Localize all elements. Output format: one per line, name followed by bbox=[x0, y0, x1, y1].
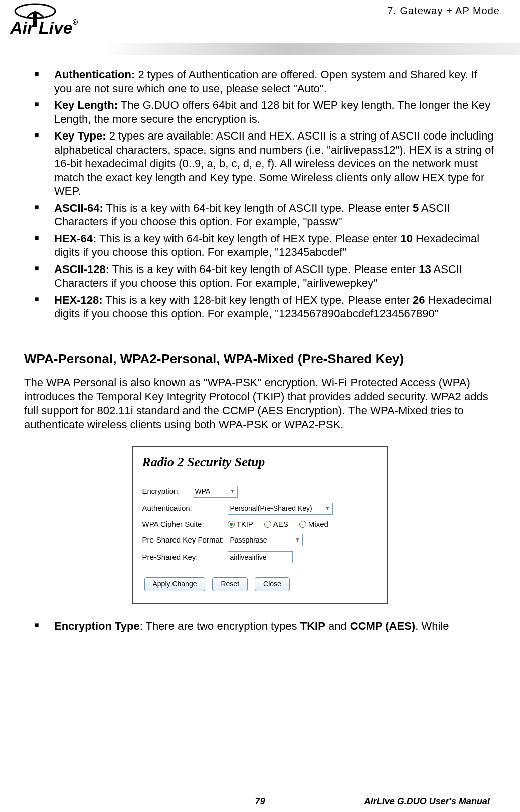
cipher-row: WPA Cipher Suite: TKIP AES Mixed bbox=[142, 520, 378, 529]
radio-icon bbox=[264, 521, 271, 528]
item-count: 26 bbox=[413, 294, 425, 306]
encryption-label: Encryption: bbox=[142, 487, 193, 496]
item-text: This is a key with 128-bit key length of… bbox=[103, 294, 413, 306]
header-divider bbox=[0, 43, 520, 55]
chevron-down-icon: ▼ bbox=[230, 488, 235, 495]
airlive-logo: Air Live® bbox=[5, 0, 125, 42]
registered-icon: ® bbox=[73, 18, 78, 26]
radio-label: TKIP bbox=[237, 520, 253, 529]
item-text: . While bbox=[415, 620, 449, 632]
item-label: HEX-128: bbox=[54, 294, 103, 306]
psk-format-value: Passphrase bbox=[230, 536, 267, 545]
psk-format-select[interactable]: Passphrase ▼ bbox=[228, 534, 303, 546]
security-setup-dialog: Radio 2 Security Setup Encryption: WPA ▼… bbox=[132, 446, 388, 604]
list-item: HEX-64: This is a key with 64-bit key le… bbox=[54, 232, 496, 259]
cipher-radio-tkip[interactable]: TKIP bbox=[228, 520, 253, 529]
authentication-select[interactable]: Personal(Pre-Shared Key) ▼ bbox=[228, 503, 333, 515]
section-heading: WPA-Personal, WPA2-Personal, WPA-Mixed (… bbox=[24, 351, 496, 367]
radio-label: Mixed bbox=[308, 520, 328, 529]
list-item: Encryption Type: There are two encryptio… bbox=[54, 619, 496, 633]
item-label: HEX-64: bbox=[54, 232, 96, 245]
list-item: ASCII-128: This is a key with 64-bit key… bbox=[54, 262, 496, 290]
close-button[interactable]: Close bbox=[255, 577, 290, 591]
authentication-value: Personal(Pre-Shared Key) bbox=[230, 504, 312, 513]
item-option: TKIP bbox=[300, 620, 325, 632]
psk-row: Pre-Shared Key: airliveairlive bbox=[142, 551, 378, 563]
item-text: 2 types are available: ASCII and HEX. AS… bbox=[54, 129, 494, 197]
item-text: and bbox=[325, 620, 350, 632]
item-count: 13 bbox=[419, 263, 431, 276]
cipher-radio-aes[interactable]: AES bbox=[264, 520, 288, 529]
item-count: 10 bbox=[400, 232, 412, 245]
main-content: Authentication: 2 types of Authenticatio… bbox=[0, 55, 520, 633]
breadcrumb: 7. Gateway + AP Mode bbox=[387, 5, 500, 17]
item-text: This is a key with 64-bit key length of … bbox=[109, 263, 419, 276]
cipher-label: WPA Cipher Suite: bbox=[142, 520, 228, 529]
item-label: Encryption Type bbox=[54, 620, 140, 632]
psk-label: Pre-Shared Key: bbox=[142, 553, 228, 562]
radio-icon bbox=[228, 521, 235, 528]
cipher-radio-group: TKIP AES Mixed bbox=[228, 520, 328, 529]
list-item: ASCII-64: This is a key with 64-bit key … bbox=[54, 201, 496, 229]
encryption-select[interactable]: WPA ▼ bbox=[193, 486, 238, 498]
psk-value: airliveairlive bbox=[230, 553, 267, 562]
encryption-value: WPA bbox=[195, 487, 211, 496]
psk-input[interactable]: airliveairlive bbox=[228, 551, 293, 563]
dialog-button-row: Apply Change Reset Close bbox=[144, 577, 378, 591]
item-label: Key Type: bbox=[54, 129, 106, 142]
cipher-radio-mixed[interactable]: Mixed bbox=[299, 520, 328, 529]
footer-left bbox=[30, 796, 255, 807]
item-text: The G.DUO offers 64bit and 128 bit for W… bbox=[54, 99, 490, 125]
apply-change-button[interactable]: Apply Change bbox=[144, 577, 206, 591]
item-option: CCMP (AES) bbox=[350, 620, 415, 632]
psk-format-row: Pre-Shared Key Format: Passphrase ▼ bbox=[142, 534, 378, 546]
manual-title: AirLive G.DUO User's Manual bbox=[265, 796, 490, 807]
psk-format-label: Pre-Shared Key Format: bbox=[142, 535, 228, 545]
page-number: 79 bbox=[255, 796, 265, 807]
authentication-row: Authentication: Personal(Pre-Shared Key)… bbox=[142, 503, 378, 515]
list-item: HEX-128: This is a key with 128-bit key … bbox=[54, 293, 496, 321]
item-label: Key Length: bbox=[54, 99, 118, 111]
logo-text: Air Live bbox=[10, 18, 73, 37]
radio-label: AES bbox=[273, 520, 288, 529]
list-item: Key Length: The G.DUO offers 64bit and 1… bbox=[54, 98, 496, 126]
item-text: This is a key with 64-bit key length of … bbox=[96, 232, 400, 245]
encryption-row: Encryption: WPA ▼ bbox=[142, 486, 378, 498]
page-header: Air Live® 7. Gateway + AP Mode bbox=[0, 0, 520, 55]
list-item: Authentication: 2 types of Authenticatio… bbox=[54, 68, 496, 95]
item-count: 5 bbox=[413, 202, 419, 214]
item-text: There are two encryption types bbox=[143, 620, 300, 632]
chevron-down-icon: ▼ bbox=[295, 537, 300, 544]
page: Air Live® 7. Gateway + AP Mode Authentic… bbox=[0, 0, 520, 812]
item-label: Authentication: bbox=[54, 68, 135, 81]
radio-icon bbox=[299, 521, 306, 528]
item-text: This is a key with 64-bit key length of … bbox=[103, 202, 413, 214]
authentication-label: Authentication: bbox=[142, 504, 228, 513]
item-label: ASCII-64: bbox=[54, 202, 103, 214]
encryption-type-list: Encryption Type: There are two encryptio… bbox=[24, 619, 496, 633]
list-item: Key Type: 2 types are available: ASCII a… bbox=[54, 129, 496, 198]
wep-options-list: Authentication: 2 types of Authenticatio… bbox=[24, 68, 496, 321]
page-footer: 79 AirLive G.DUO User's Manual bbox=[0, 796, 520, 807]
reset-button[interactable]: Reset bbox=[212, 577, 248, 591]
section-intro: The WPA Personal is also known as "WPA-P… bbox=[24, 376, 496, 431]
chevron-down-icon: ▼ bbox=[325, 505, 330, 512]
dialog-title: Radio 2 Security Setup bbox=[142, 454, 378, 471]
item-label: ASCII-128: bbox=[54, 263, 109, 276]
